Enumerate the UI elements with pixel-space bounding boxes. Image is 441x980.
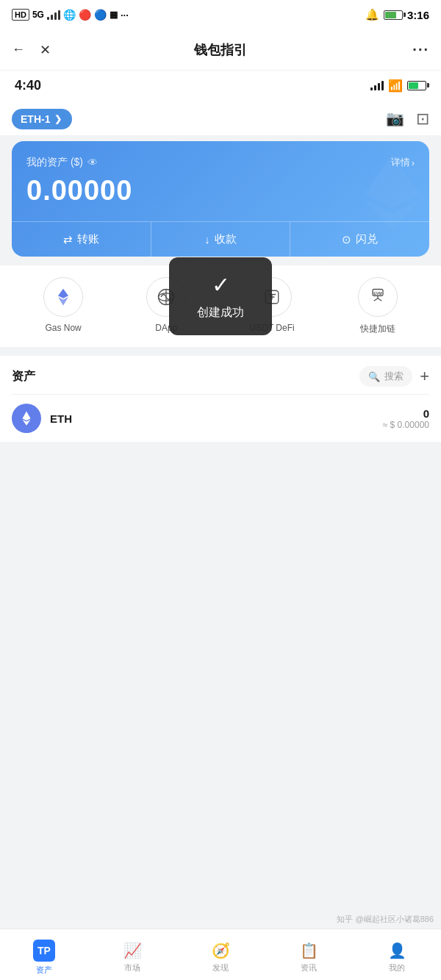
- news-icon: 📋: [300, 942, 318, 959]
- eth-name: ETH: [50, 412, 383, 425]
- search-box[interactable]: 🔍 搜索: [359, 366, 412, 387]
- search-icon: 🔍: [368, 371, 380, 382]
- status-bar-right: 🔔 3:16: [365, 8, 429, 21]
- signal-icon: [47, 10, 60, 20]
- success-message: 创建成功: [197, 305, 244, 321]
- receive-label: 收款: [215, 232, 237, 246]
- weibo-icon: 🌐: [63, 9, 76, 21]
- gas-now-icon: [43, 277, 83, 317]
- evm-chain-label: 快捷加链: [360, 323, 395, 335]
- back-button[interactable]: ←: [12, 42, 25, 57]
- more-dots: ···: [121, 10, 129, 21]
- hd-badge: HD: [12, 9, 29, 21]
- me-icon: 👤: [388, 942, 406, 959]
- camera-button[interactable]: 📷: [386, 110, 404, 129]
- eye-icon: 👁: [87, 157, 98, 168]
- inner-signal-icon: [370, 81, 384, 90]
- transfer-icon: ⇄: [63, 233, 73, 246]
- close-button[interactable]: ✕: [40, 42, 51, 58]
- evm-chain-button[interactable]: EVM 快捷加链: [358, 277, 398, 335]
- eth-watermark: [348, 149, 429, 255]
- assets-search-area: 🔍 搜索 +: [359, 366, 429, 387]
- nav-bar: ← ✕ 钱包指引 ···: [0, 29, 441, 71]
- inner-status-icons: 📶: [370, 79, 426, 93]
- battery-icon: [384, 10, 403, 20]
- nav-title-container: 钱包指引: [0, 41, 441, 59]
- add-token-button[interactable]: +: [420, 367, 429, 386]
- receive-icon: ↓: [204, 233, 210, 246]
- bottom-nav-news[interactable]: 📋 资讯: [265, 936, 353, 973]
- asset-label-text: 我的资产 ($): [26, 156, 83, 169]
- evm-chain-icon: EVM: [358, 277, 398, 317]
- chain-name: ETH-1: [21, 113, 50, 125]
- bottom-nav-market-label: 市场: [124, 962, 140, 973]
- eth-balance: 0: [383, 407, 429, 420]
- asset-label: 我的资产 ($) 👁: [26, 156, 98, 169]
- system-status-bar: HD 5G 🌐 🔴 🔵 ▦ ··· 🔔 3:16: [0, 0, 441, 29]
- inner-wifi-icon: 📶: [388, 79, 403, 93]
- bottom-nav-news-label: 资讯: [301, 962, 317, 973]
- transfer-button[interactable]: ⇄ 转账: [12, 222, 151, 257]
- eth-usd-value: ≈ $ 0.00000: [383, 420, 429, 430]
- status-bar-left: HD 5G 🌐 🔴 🔵 ▦ ···: [12, 9, 129, 21]
- network-5g: 5G: [32, 10, 44, 20]
- eth-asset-row[interactable]: ETH 0 ≈ $ 0.00000: [12, 394, 429, 442]
- bottom-nav-me[interactable]: 👤 我的: [353, 936, 441, 973]
- inner-time: 4:40: [15, 78, 41, 93]
- inner-time-bar: 4:40 📶: [0, 71, 441, 100]
- chain-icons-right: 📷 ⊡: [386, 110, 429, 129]
- scan-button[interactable]: ⊡: [416, 110, 429, 129]
- app-icon-3: ▦: [110, 10, 118, 20]
- watermark: 知乎 @崛起社区小诸葛886: [337, 914, 434, 925]
- bottom-nav-assets[interactable]: TP 资产: [0, 934, 88, 976]
- eth-logo: [12, 404, 41, 433]
- bottom-nav-assets-label: 资产: [36, 965, 52, 976]
- app-icon-1: 🔴: [79, 9, 91, 21]
- inner-battery-icon: [407, 81, 426, 90]
- assets-header: 资产 🔍 搜索 +: [12, 356, 429, 394]
- app-container: ← ✕ 钱包指引 ··· 4:40 📶 ETH-1 ❯: [0, 29, 441, 980]
- success-check-icon: ✓: [212, 272, 230, 298]
- nav-left: ← ✕: [12, 42, 51, 58]
- assets-title: 资产: [12, 369, 35, 385]
- gas-now-button[interactable]: Gas Now: [43, 277, 83, 335]
- tp-icon: TP: [33, 940, 55, 962]
- page-title: 钱包指引: [0, 41, 441, 59]
- bottom-nav-discover[interactable]: 🧭 发现: [176, 936, 265, 973]
- eth-asset-values: 0 ≈ $ 0.00000: [383, 407, 429, 430]
- bottom-nav-me-label: 我的: [389, 962, 405, 973]
- transfer-label: 转账: [77, 232, 99, 246]
- chain-selector-row: ETH-1 ❯ 📷 ⊡: [0, 100, 441, 135]
- discover-icon: 🧭: [212, 942, 230, 959]
- bottom-nav: TP 资产 📈 市场 🧭 发现 📋 资讯 👤 我的: [0, 929, 441, 980]
- asset-card: 我的资产 ($) 👁 详情 › 0.00000 ⇄ 转账 ↓ 收款: [12, 141, 429, 257]
- bottom-nav-discover-label: 发现: [212, 962, 229, 973]
- eth-asset-info: ETH: [50, 412, 383, 425]
- app-icon-2: 🔵: [94, 9, 107, 21]
- chain-arrow-icon: ❯: [54, 114, 62, 124]
- chain-selector[interactable]: ETH-1 ❯: [12, 109, 72, 129]
- bell-icon: 🔔: [365, 8, 379, 21]
- system-time: 3:16: [407, 9, 429, 21]
- market-icon: 📈: [123, 942, 142, 959]
- assets-section: 资产 🔍 搜索 + ETH 0 ≈ $ 0.00: [0, 356, 441, 442]
- gas-now-label: Gas Now: [45, 323, 81, 333]
- svg-text:EVM: EVM: [373, 291, 382, 296]
- bottom-nav-market[interactable]: 📈 市场: [88, 936, 176, 973]
- more-button[interactable]: ···: [412, 41, 429, 58]
- receive-button[interactable]: ↓ 收款: [151, 222, 291, 257]
- success-toast: ✓ 创建成功: [169, 257, 272, 335]
- search-placeholder-text: 搜索: [384, 370, 404, 383]
